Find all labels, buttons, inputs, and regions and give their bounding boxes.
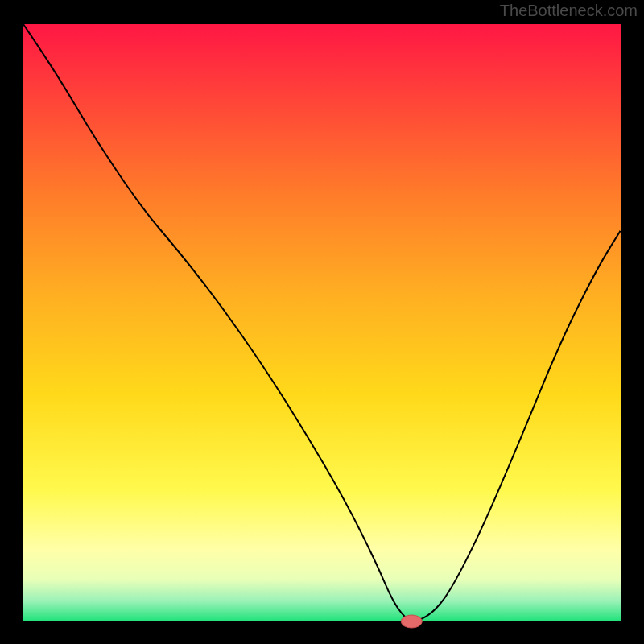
min-bottleneck-marker [401,615,422,628]
plot-background [23,24,621,621]
bottleneck-chart [0,0,644,644]
attribution-text: TheBottleneck.com [500,2,638,20]
